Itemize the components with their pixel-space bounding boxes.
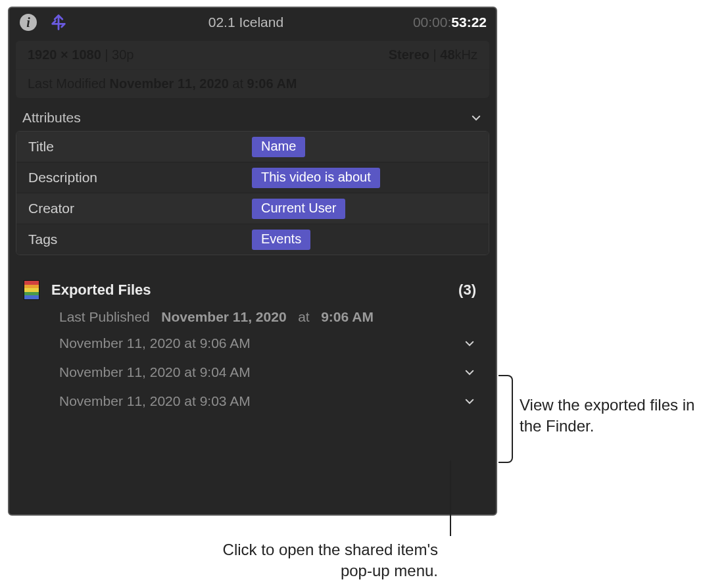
exported-file-item[interactable]: November 11, 2020 at 9:06 AM	[24, 329, 481, 358]
exported-files-count: (3)	[458, 282, 481, 299]
exported-file-item[interactable]: November 11, 2020 at 9:03 AM	[24, 387, 481, 416]
last-published-label: Last Published	[59, 309, 150, 324]
attributes-header[interactable]: Attributes	[9, 98, 496, 131]
chevron-down-icon[interactable]	[463, 395, 476, 408]
chevron-down-icon	[470, 111, 483, 124]
last-published-time: 9:06 AM	[321, 309, 374, 324]
attr-row-tags: Tags Events	[16, 224, 489, 255]
exported-files-header[interactable]: Exported Files (3)	[24, 280, 481, 300]
attr-label: Description	[16, 170, 252, 185]
exported-file-date: November 11, 2020 at 9:04 AM	[59, 364, 463, 380]
last-modified-time: 9:06 AM	[247, 76, 297, 91]
last-modified-row: Last Modified November 11, 2020 at 9:06 …	[16, 70, 489, 98]
attr-value-cell[interactable]: Events	[252, 230, 489, 250]
attr-token[interactable]: Current User	[252, 199, 345, 219]
audio-spec: Stereo | 48kHz	[389, 47, 477, 62]
share-tab-button[interactable]	[49, 12, 68, 32]
last-modified-date: November 11, 2020	[110, 76, 229, 91]
timecode-seconds: 53:22	[451, 14, 487, 30]
info-icon: i	[20, 14, 37, 31]
exported-file-date: November 11, 2020 at 9:06 AM	[59, 335, 463, 351]
callout-bottom: Click to open the shared item's pop-up m…	[214, 539, 438, 582]
audio-channels-value: Stereo	[389, 47, 429, 62]
attr-label: Creator	[16, 201, 252, 216]
attr-label: Title	[16, 139, 252, 155]
last-published-row: Last Published November 11, 2020 at 9:06…	[24, 300, 481, 329]
attr-label: Tags	[16, 232, 252, 247]
exported-files-section: Exported Files (3) Last Published Novemb…	[9, 260, 496, 416]
last-published-date: November 11, 2020	[161, 309, 286, 324]
attr-value-cell[interactable]: This video is about	[252, 168, 489, 188]
inspector-header: i 02.1 Iceland 00:00:53:22	[9, 8, 496, 37]
attributes-table: Title Name Description This video is abo…	[16, 131, 489, 255]
attr-row-description: Description This video is about	[16, 162, 489, 193]
last-modified-label: Last Modified	[28, 76, 106, 91]
attributes-heading: Attributes	[22, 110, 470, 126]
attr-token[interactable]: Name	[252, 137, 305, 157]
resolution-value: 1920 × 1080	[28, 47, 101, 62]
attr-token[interactable]: This video is about	[252, 168, 380, 188]
attr-token[interactable]: Events	[252, 230, 310, 250]
callout-pointer	[450, 460, 451, 536]
video-spec: 1920 × 1080 | 30p	[28, 47, 389, 62]
attr-row-creator: Creator Current User	[16, 193, 489, 224]
attr-value-cell[interactable]: Current User	[252, 199, 489, 219]
audio-rate-value: 48	[440, 47, 454, 62]
timecode-hours: 00:00:	[413, 14, 451, 30]
chevron-down-icon[interactable]	[463, 366, 476, 379]
exported-files-heading: Exported Files	[51, 282, 458, 299]
info-tab-button[interactable]: i	[18, 12, 38, 32]
clip-title: 02.1 Iceland	[79, 14, 413, 30]
spec-row: 1920 × 1080 | 30p Stereo | 48kHz	[16, 41, 489, 70]
inspector-panel: i 02.1 Iceland 00:00:53:22 1920 × 1080 |…	[8, 7, 497, 516]
exported-file-item[interactable]: November 11, 2020 at 9:04 AM	[24, 358, 481, 387]
attr-value-cell[interactable]: Name	[252, 137, 489, 157]
callout-bracket	[498, 375, 513, 463]
fps-value: 30p	[112, 47, 134, 62]
media-specs-block: 1920 × 1080 | 30p Stereo | 48kHz Last Mo…	[16, 41, 489, 98]
audio-rate-unit: kHz	[455, 47, 477, 62]
attr-row-title: Title Name	[16, 132, 489, 162]
chevron-down-icon[interactable]	[463, 337, 476, 350]
callout-right: View the exported files in the Finder.	[520, 395, 697, 437]
timecode: 00:00:53:22	[413, 14, 487, 30]
exported-file-date: November 11, 2020 at 9:03 AM	[59, 393, 463, 409]
share-arrows-icon	[49, 13, 68, 32]
film-strip-icon	[24, 280, 39, 300]
